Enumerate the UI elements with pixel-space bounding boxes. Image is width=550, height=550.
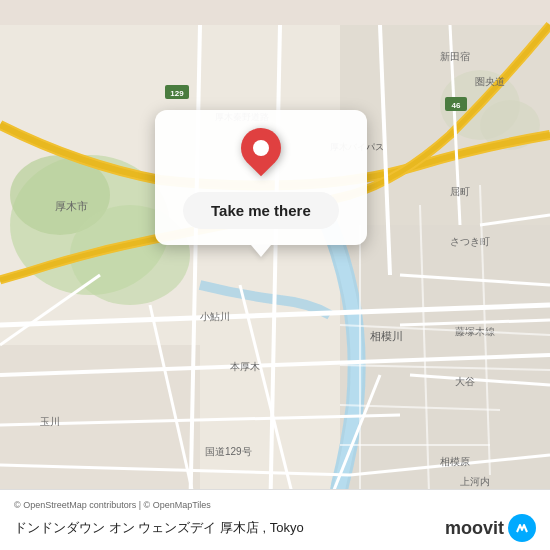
svg-text:大谷: 大谷 — [455, 376, 475, 387]
popup-card: Take me there — [155, 110, 367, 257]
take-me-there-button[interactable]: Take me there — [183, 192, 339, 229]
moovit-dot — [508, 514, 536, 542]
popup-tail — [251, 245, 271, 257]
svg-text:屈町: 屈町 — [450, 186, 470, 197]
svg-text:129: 129 — [170, 89, 184, 98]
location-name: ドンドンダウン オン ウェンズデイ 厚木店 , Tokyo — [14, 519, 445, 537]
moovit-text: moovit — [445, 518, 504, 539]
location-row: ドンドンダウン オン ウェンズデイ 厚木店 , Tokyo moovit — [14, 514, 536, 542]
svg-text:玉川: 玉川 — [40, 416, 60, 427]
svg-text:さつき町: さつき町 — [450, 236, 490, 247]
svg-rect-7 — [340, 225, 550, 525]
svg-text:圏央道: 圏央道 — [475, 76, 505, 87]
map-attribution: © OpenStreetMap contributors | © OpenMap… — [14, 500, 536, 510]
bottom-bar: © OpenStreetMap contributors | © OpenMap… — [0, 489, 550, 550]
svg-text:新田宿: 新田宿 — [440, 51, 470, 62]
svg-text:厚木市: 厚木市 — [55, 200, 88, 212]
map-container: 129 129 厚木市 新田宿 圏央道 屈町 さつき町 藤塚木線 大谷 小鮎川 … — [0, 0, 550, 550]
map-svg: 129 129 厚木市 新田宿 圏央道 屈町 さつき町 藤塚木線 大谷 小鮎川 … — [0, 0, 550, 550]
popup-bubble: Take me there — [155, 110, 367, 245]
map-pin — [239, 128, 283, 182]
svg-text:国道129号: 国道129号 — [205, 446, 252, 457]
svg-text:46: 46 — [452, 101, 461, 110]
city-separator: , — [262, 520, 269, 535]
svg-text:小鮎川: 小鮎川 — [200, 311, 230, 322]
moovit-logo: moovit — [445, 514, 536, 542]
svg-text:相模原: 相模原 — [440, 456, 470, 467]
svg-text:本厚木: 本厚木 — [230, 361, 260, 372]
svg-text:相模川: 相模川 — [370, 330, 403, 342]
svg-text:上河内: 上河内 — [460, 476, 490, 487]
